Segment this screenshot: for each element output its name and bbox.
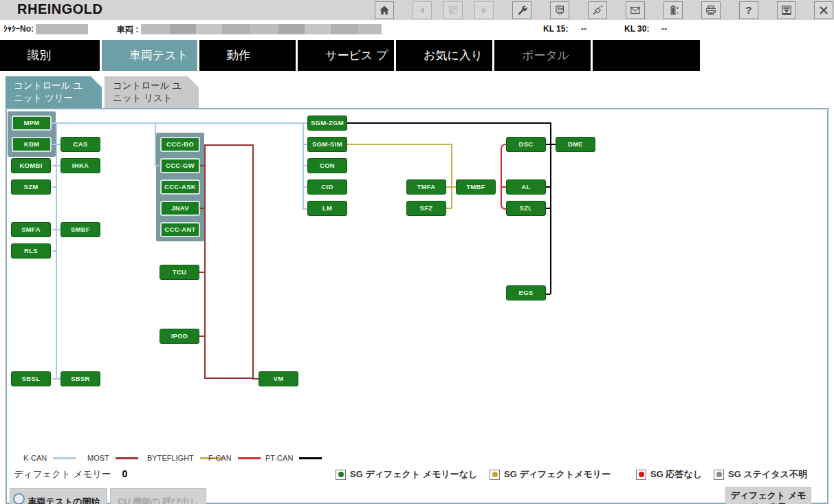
node-smfa[interactable]: SMFA [11, 222, 51, 237]
node-sgm-sim[interactable]: SGM-SIM [307, 137, 347, 152]
kl30-label: KL 30: [624, 24, 649, 34]
node-ccc-bo[interactable]: CCC-BO [160, 137, 200, 152]
status-dot [639, 472, 644, 477]
bus-legend-swatch [238, 457, 261, 459]
node-dme[interactable]: DME [556, 137, 595, 152]
vehicle-info-bar: ｼｬｼｰNo: 車両 : KL 15: -- KL 30: -- [0, 20, 834, 39]
k-can-bus-line [52, 250, 57, 252]
node-sbsl[interactable]: SBSL [11, 371, 51, 386]
node-szm[interactable]: SZM [11, 179, 51, 195]
node-ccc-ask[interactable]: CCC-ASK [160, 179, 200, 195]
node-kombi[interactable]: KOMBI [11, 158, 51, 173]
node-egs[interactable]: EGS [506, 285, 546, 300]
display-restart-button[interactable] [550, 1, 569, 19]
vehicle-value-redacted [141, 24, 382, 34]
node-tmbf[interactable]: TMBF [456, 179, 496, 195]
operations-list-button[interactable] [443, 1, 463, 19]
minimize-display-button[interactable] [777, 1, 796, 19]
status-legend-item-2: SG ディフェクトメモリー [490, 468, 611, 481]
status-dot [338, 472, 344, 477]
wrench-button[interactable] [512, 1, 531, 19]
home-button[interactable] [375, 1, 394, 19]
printer-button[interactable] [701, 1, 721, 19]
tab-動作[interactable]: 動作 [199, 40, 296, 71]
connector-button[interactable] [588, 1, 607, 19]
tab-車両テスト[interactable]: 車両テスト [102, 40, 197, 71]
start-vehicle-test-button[interactable]: 車両テストの開始 [10, 488, 107, 504]
subtab-control-unit-list[interactable]: コントロール ユニット リスト [105, 76, 199, 109]
node-jnav[interactable]: JNAV [160, 201, 200, 216]
node-dsc[interactable]: DSC [506, 137, 546, 152]
node-al[interactable]: AL [506, 179, 546, 195]
node-ccc-gw[interactable]: CCC-GW [160, 158, 200, 173]
tab-empty[interactable] [593, 40, 700, 71]
battery-button[interactable] [663, 1, 683, 19]
chassis-no-value-redacted [36, 24, 88, 34]
node-tcu[interactable]: TCU [160, 265, 199, 280]
tab-お気に入り[interactable]: お気に入り [396, 40, 492, 71]
node-tmfa[interactable]: TMFA [406, 179, 446, 195]
bus-legend-item-most: MOST [87, 454, 138, 462]
bus-legend-swatch [299, 457, 322, 459]
mail-button[interactable] [626, 1, 645, 19]
tab-識別[interactable]: 識別 [0, 40, 100, 71]
k-can-bus-line [52, 144, 61, 145]
call-cu-functions-button[interactable]: CU 機能の 呼び出し [110, 488, 206, 504]
node-sbsr[interactable]: SBSR [61, 371, 100, 386]
tab-サービス プラン[interactable]: サービス プラン [298, 40, 394, 71]
byteflight-bus-line [446, 208, 451, 209]
svg-text:?: ? [745, 4, 751, 16]
forward-button[interactable] [474, 1, 494, 19]
node-ihka[interactable]: IHKA [61, 158, 100, 173]
node-vm[interactable]: VM [259, 371, 298, 386]
bus-legend-label: PT-CAN [265, 454, 293, 462]
bus-legend-item-pt-can: PT-CAN [265, 454, 322, 462]
node-ipod[interactable]: IPOD [160, 329, 199, 344]
display-restart-icon [553, 4, 566, 17]
help-icon: ? [743, 4, 755, 17]
node-smbf[interactable]: SMBF [61, 222, 100, 237]
node-rls[interactable]: RLS [11, 243, 51, 259]
node-lm[interactable]: LM [307, 201, 347, 216]
pt-can-bus-line [347, 122, 551, 124]
defect-memory-label: ディフェクト メモリー [14, 469, 111, 479]
operations-list-icon [447, 4, 459, 17]
bus-legend-label: F-CAN [208, 454, 232, 462]
most-bus-ring [204, 144, 254, 379]
status-legend-item-1: SG ディフェクト メモリーなし [336, 468, 477, 481]
defect-memory-display-button[interactable]: ディフェクト メモ リー表示 [725, 487, 811, 504]
kl15-value: -- [581, 24, 586, 34]
k-can-bus-line [303, 186, 307, 188]
close-button[interactable] [814, 1, 833, 19]
node-cid[interactable]: CID [307, 179, 347, 195]
node-mpm[interactable]: MPM [12, 116, 52, 131]
back-button[interactable] [413, 1, 432, 19]
node-con[interactable]: CON [307, 158, 347, 173]
vehicle-label: 車両 : [117, 24, 138, 36]
node-sgm-zgm[interactable]: SGM-ZGM [307, 116, 347, 131]
tab-ポータル[interactable]: ポータル [494, 40, 591, 71]
k-can-bus-line [52, 229, 61, 230]
node-sfz[interactable]: SFZ [406, 201, 446, 216]
help-button[interactable]: ? [739, 1, 758, 19]
defect-memory-counter: ディフェクト メモリー0 [14, 468, 127, 481]
status-legend-label: SG ディフェクト メモリーなし [350, 468, 477, 481]
status-legend-item-4: SG ステイタス不明 [714, 468, 807, 481]
node-kbm[interactable]: KBM [12, 137, 52, 152]
bus-legend-label: MOST [87, 454, 109, 462]
node-ccc-ant[interactable]: CCC-ANT [160, 222, 200, 237]
subtab-control-unit-tree[interactable]: コントロール ユニット ツリー [6, 76, 102, 109]
status-legend-label: SG ディフェクトメモリー [504, 468, 611, 481]
pt-can-bus-line [545, 144, 556, 145]
status-dot-icon [490, 470, 500, 480]
node-szl[interactable]: SZL [506, 201, 546, 216]
k-can-bus-line [52, 378, 61, 380]
bus-legend-swatch [53, 457, 76, 459]
app-title: RHEINGOLD [17, 1, 103, 17]
bus-legend-label: K-CAN [23, 454, 47, 462]
pt-can-bus-line [550, 122, 551, 294]
wrench-icon [516, 4, 528, 17]
node-cas[interactable]: CAS [61, 137, 100, 152]
k-can-bus-line [155, 122, 156, 166]
byteflight-bus-line [347, 144, 452, 145]
